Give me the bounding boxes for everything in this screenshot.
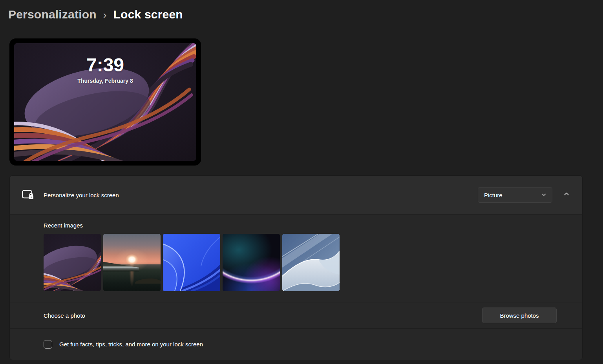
personalize-expander-header[interactable]: Personalize your lock screen Picture [10,176,582,215]
thumbnail-blue-bloom[interactable] [163,234,220,291]
recent-images-list [44,234,557,291]
recent-images-section: Recent images [10,215,582,302]
breadcrumb-personalization[interactable]: Personalization [8,8,97,21]
fun-facts-label[interactable]: Get fun facts, tips, tricks, and more on… [59,341,203,348]
chevron-up-icon [563,191,570,199]
fun-facts-checkbox[interactable] [44,340,52,349]
dropdown-selected-value: Picture [484,192,502,198]
lock-screen-icon [21,189,36,201]
page-title: Lock screen [113,8,183,21]
chevron-down-icon [541,192,546,198]
preview-clock-date: Thursday, February 8 [14,78,196,84]
thumbnail-sunset-lake[interactable] [103,234,161,291]
personalize-lock-screen-card: Personalize your lock screen Picture Rec… [9,175,583,360]
fun-facts-row: Get fun facts, tips, tricks, and more on… [10,329,582,360]
breadcrumb: Personalization › Lock screen [8,8,183,21]
lock-screen-type-dropdown[interactable]: Picture [478,187,552,203]
thumbnail-light-waves[interactable] [282,234,340,291]
expander-collapse-button[interactable] [560,189,573,201]
thumbnail-dark-bloom[interactable] [44,234,101,291]
personalize-label: Personalize your lock screen [44,192,119,198]
lock-screen-preview: 7:39 Thursday, February 8 [9,38,201,166]
breadcrumb-separator-icon: › [103,8,107,21]
thumbnail-glow-orb[interactable] [223,234,280,291]
browse-photos-button[interactable]: Browse photos [482,308,557,323]
lock-screen-preview-wallpaper: 7:39 Thursday, February 8 [14,43,196,161]
choose-photo-label: Choose a photo [44,312,85,319]
recent-images-label: Recent images [44,222,557,229]
preview-clock-time: 7:39 [14,54,196,76]
choose-photo-row: Choose a photo Browse photos [10,302,582,329]
